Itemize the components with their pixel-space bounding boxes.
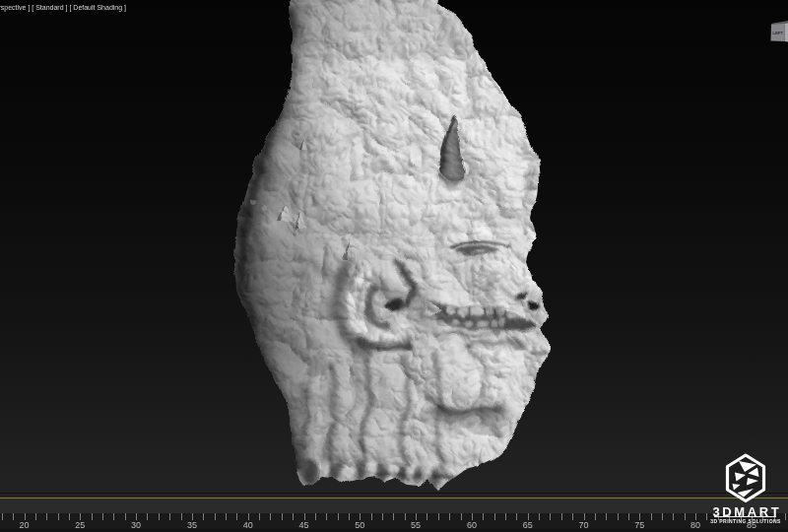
ruler-tick	[505, 513, 506, 520]
ruler-tick	[35, 513, 36, 520]
ruler-tick	[572, 513, 573, 520]
ruler-tick	[472, 513, 473, 520]
ruler-tick	[416, 513, 417, 520]
ruler-tick	[528, 513, 529, 520]
ruler-tick	[169, 513, 170, 520]
ruler-tick	[248, 513, 249, 520]
ruler-tick	[147, 513, 148, 520]
ruler-tick	[584, 513, 585, 520]
ruler-tick	[159, 513, 160, 520]
ruler-tick	[349, 513, 350, 520]
ruler-tick	[360, 513, 361, 520]
ruler-tick	[270, 513, 271, 520]
ruler-tick	[226, 513, 227, 520]
brand-logo: 3DMART 3D PRINTING SOLUTIONS	[701, 451, 788, 530]
brand-logo-mark	[701, 451, 788, 506]
ruler-tick	[326, 513, 327, 520]
track-bar[interactable]	[0, 499, 788, 513]
ruler-tick	[685, 513, 686, 520]
ruler-tick	[427, 513, 427, 520]
ruler-tick	[102, 513, 103, 520]
timeline-ruler[interactable]: 2025303540455055606570758085	[0, 513, 788, 529]
ruler-tick	[315, 513, 316, 520]
ruler-tick	[516, 513, 517, 520]
model-head-group[interactable]	[197, 0, 591, 532]
ruler-tick	[192, 513, 193, 520]
viewcube[interactable]: LEFT	[770, 19, 788, 43]
ruler-tick	[181, 513, 182, 520]
ruler-tick	[382, 513, 383, 520]
ruler-tick	[494, 513, 495, 520]
ruler-tick	[113, 513, 114, 520]
ruler-tick	[461, 513, 462, 520]
viewcube-front-face[interactable]	[785, 24, 788, 42]
ruler-tick	[13, 513, 14, 520]
ruler-tick	[449, 513, 450, 520]
ruler-tick	[125, 513, 126, 520]
ruler-tick	[80, 513, 81, 520]
model-monster-head[interactable]	[0, 0, 788, 532]
ruler-tick	[46, 513, 47, 520]
ruler-tick	[695, 513, 696, 520]
ruler-tick	[92, 513, 93, 520]
ruler-tick	[618, 513, 619, 520]
ruler-tick	[259, 513, 260, 520]
ruler-tick	[662, 513, 663, 520]
ruler-tick	[203, 513, 204, 520]
ruler-tick	[393, 513, 394, 520]
ruler-tick	[639, 513, 640, 520]
viewport-label[interactable]: [ Perspective ] [ Standard ] [ Default S…	[0, 4, 126, 11]
ruler-tick	[595, 513, 596, 520]
ruler-tick	[628, 513, 629, 520]
ruler-tick	[215, 513, 216, 520]
ruler-tick	[483, 513, 484, 520]
ruler-tick	[58, 513, 59, 520]
ruler-tick	[438, 513, 439, 520]
ruler-tick	[405, 513, 406, 520]
ruler-tick	[69, 513, 70, 520]
ruler-tick	[2, 513, 3, 520]
brand-tagline: 3D PRINTING SOLUTIONS	[701, 518, 788, 524]
ruler-tick	[136, 513, 137, 520]
ruler-tick	[338, 513, 339, 520]
ruler-tick	[673, 513, 674, 520]
ruler-tick	[25, 513, 26, 520]
ruler-tick	[236, 513, 237, 520]
ruler-tick	[561, 513, 562, 520]
viewport-3d[interactable]: [ Perspective ] [ Standard ] [ Default S…	[0, 0, 788, 532]
ruler-tick	[304, 513, 305, 520]
ruler-tick	[293, 513, 294, 520]
ruler-tick	[606, 513, 607, 520]
ruler-tick	[651, 513, 652, 520]
viewcube-face-label: LEFT	[772, 31, 783, 35]
ruler-tick	[282, 513, 283, 520]
ruler-tick	[550, 513, 551, 520]
ruler-tick	[371, 513, 372, 520]
ruler-tick	[539, 513, 540, 520]
timeline-bar: 2025303540455055606570758085	[0, 493, 788, 532]
